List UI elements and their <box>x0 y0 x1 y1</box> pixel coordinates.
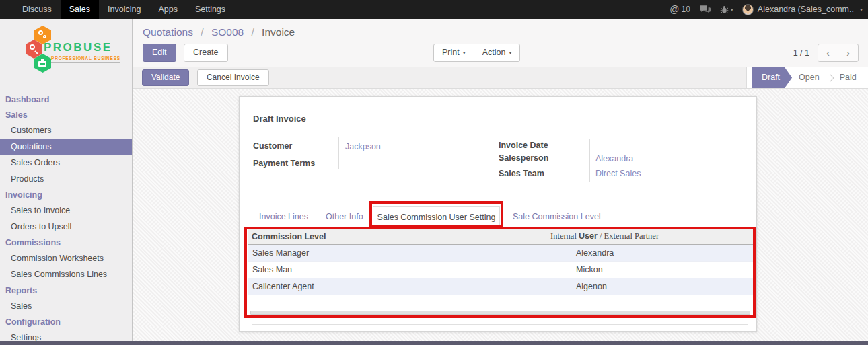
tab-other-info[interactable]: Other Info <box>326 212 363 221</box>
sidebar-header-sales[interactable]: Sales <box>0 107 132 122</box>
user-menu[interactable]: Alexandra (Sales_comm.. ▾ <box>742 4 863 15</box>
mention-count: 10 <box>681 5 690 14</box>
sidebar-item-sales-commissions-lines[interactable]: Sales Commissions Lines <box>0 266 132 282</box>
commission-level-cell[interactable]: Sales Man <box>248 261 547 278</box>
validate-button[interactable]: Validate <box>142 69 189 86</box>
column-header-internal-user[interactable]: Internal User / External Partner <box>547 229 753 244</box>
payment-terms-label: Payment Terms <box>253 159 315 168</box>
breadcrumb-quotations[interactable]: Quotations <box>143 26 193 38</box>
sales-team-value[interactable]: Direct Sales <box>595 169 641 178</box>
menu-invoicing[interactable]: Invoicing <box>99 0 149 19</box>
bottom-bar <box>0 341 868 345</box>
internal-user-cell[interactable]: Algenon <box>547 278 753 295</box>
sheet-divider <box>252 324 748 325</box>
sidebar-header-dashboard[interactable]: Dashboard <box>0 91 132 107</box>
customer-label: Customer <box>253 141 292 151</box>
salesperson-label: Salesperson <box>499 153 548 163</box>
table-row[interactable]: Sales Manager Alexandra <box>248 244 753 261</box>
top-menubar: Discuss Sales Invoicing Apps Settings @ … <box>0 0 868 19</box>
mention-counter[interactable]: @ 10 <box>670 4 690 15</box>
debug-caret-icon: ▾ <box>731 7 733 13</box>
sidebar-item-sales-orders[interactable]: Sales Orders <box>0 155 132 171</box>
top-menu: Discuss Sales Invoicing Apps Settings <box>0 0 234 19</box>
sidebar-nav: Dashboard Sales Customers Quotations Sal… <box>0 91 132 345</box>
sidebar-header-reports[interactable]: Reports <box>0 282 132 298</box>
create-button[interactable]: Create <box>184 44 228 62</box>
sidebar-item-quotations[interactable]: Quotations <box>0 139 132 155</box>
sidebar-header-invoicing[interactable]: Invoicing <box>0 187 132 202</box>
topbar-right: @ 10 ▾ <box>670 0 868 19</box>
user-avatar <box>742 4 754 15</box>
logo-title: PROBUSE <box>44 41 112 54</box>
menu-discuss[interactable]: Discuss <box>13 0 61 19</box>
commission-level-cell[interactable]: Callcenter Agent <box>248 278 547 295</box>
sidebar-item-commission-worksheets[interactable]: Commission Worksheets <box>0 250 132 266</box>
tab-invoice-lines[interactable]: Invoice Lines <box>259 212 308 221</box>
menu-settings[interactable]: Settings <box>186 0 234 19</box>
commission-level-cell[interactable]: Sales Manager <box>248 244 547 261</box>
invoice-title: Draft Invoice <box>253 114 306 124</box>
breadcrumb-current: Invoice <box>262 26 295 38</box>
sidebar-item-products[interactable]: Products <box>0 171 132 187</box>
status-paid[interactable]: Paid <box>833 67 863 88</box>
internal-user-cell[interactable]: Mickon <box>547 261 753 278</box>
breadcrumb-separator: / <box>201 26 203 38</box>
sidebar-item-orders-to-upsell[interactable]: Orders to Upsell <box>0 219 132 235</box>
horizontal-scrollbar[interactable] <box>250 311 750 315</box>
breadcrumb-so008[interactable]: SO008 <box>211 26 244 38</box>
tab-sale-commission-level[interactable]: Sale Commission Level <box>513 212 601 221</box>
breadcrumb-separator: / <box>251 26 254 38</box>
logo-subtitle: PROFESSIONAL BUSINESS <box>51 56 120 63</box>
pager-next-button[interactable]: › <box>838 44 859 62</box>
menu-sales[interactable]: Sales <box>61 0 99 19</box>
header-part: User <box>579 231 598 241</box>
caret-down-icon: ▾ <box>463 50 466 56</box>
status-draft[interactable]: Draft <box>752 67 792 88</box>
commission-table: Commission Level Internal User / Externa… <box>248 229 753 295</box>
pager-buttons: ‹ › <box>818 44 859 62</box>
internal-user-cell[interactable]: Alexandra <box>547 244 753 261</box>
header-part: Internal <box>550 231 577 241</box>
print-label: Print <box>442 48 460 57</box>
customer-value[interactable]: Jackpson <box>345 142 381 151</box>
print-action-group: Print▾ Action▾ <box>433 44 520 62</box>
table-row[interactable]: Callcenter Agent Algenon <box>248 278 753 295</box>
action-label: Action <box>482 48 506 57</box>
sidebar-header-configuration[interactable]: Configuration <box>0 314 132 330</box>
notebook-tabs: Invoice Lines Other Info Sales Commissio… <box>240 206 756 227</box>
cancel-invoice-button[interactable]: Cancel Invoice <box>197 69 269 86</box>
messages-icon[interactable] <box>699 5 711 14</box>
status-open[interactable]: Open <box>792 67 826 88</box>
workflow-buttons: Validate Cancel Invoice <box>142 69 269 86</box>
sidebar-item-sales-to-invoice[interactable]: Sales to Invoice <box>0 202 132 219</box>
form-status-header: Validate Cancel Invoice Draft Open Paid <box>133 67 868 89</box>
edit-button[interactable]: Edit <box>143 44 176 62</box>
statusbar: Draft Open Paid <box>746 67 868 88</box>
action-dropdown-button[interactable]: Action▾ <box>474 44 521 62</box>
sales-team-label: Sales Team <box>499 169 544 178</box>
caret-down-icon: ▾ <box>509 50 511 56</box>
breadcrumb: Quotations / SO008 / Invoice <box>143 26 295 38</box>
table-row[interactable]: Sales Man Mickon <box>248 261 753 278</box>
column-header-commission-level[interactable]: Commission Level <box>248 229 547 244</box>
pager: 1 / 1 ‹ › <box>793 44 859 62</box>
field-separator <box>589 139 590 182</box>
control-buttons-row: Edit Create Print▾ Action▾ 1 / 1 ‹ › <box>143 44 859 63</box>
table-header-row: Commission Level Internal User / Externa… <box>248 229 753 244</box>
print-dropdown-button[interactable]: Print▾ <box>433 44 474 62</box>
sidebar-item-customers[interactable]: Customers <box>0 122 132 139</box>
invoice-date-label: Invoice Date <box>499 141 548 150</box>
sidebar-item-sales-report[interactable]: Sales <box>0 298 132 314</box>
pager-text: 1 / 1 <box>793 48 809 58</box>
debug-bug-icon[interactable]: ▾ <box>720 5 733 14</box>
menu-apps[interactable]: Apps <box>149 0 186 19</box>
salesperson-value[interactable]: Alexandra <box>595 154 633 163</box>
pager-previous-button[interactable]: ‹ <box>818 44 838 62</box>
probuse-logo: PROBUSE PROFESSIONAL BUSINESS <box>0 19 132 81</box>
user-caret-icon: ▾ <box>860 7 863 13</box>
tab-sales-commission-user-setting[interactable]: Sales Commission User Setting <box>373 206 500 228</box>
sidebar-header-commissions[interactable]: Commissions <box>0 235 132 250</box>
field-separator <box>338 137 339 169</box>
topbar-divider <box>133 0 133 19</box>
content-area: Quotations / SO008 / Invoice Edit Create… <box>133 19 868 341</box>
